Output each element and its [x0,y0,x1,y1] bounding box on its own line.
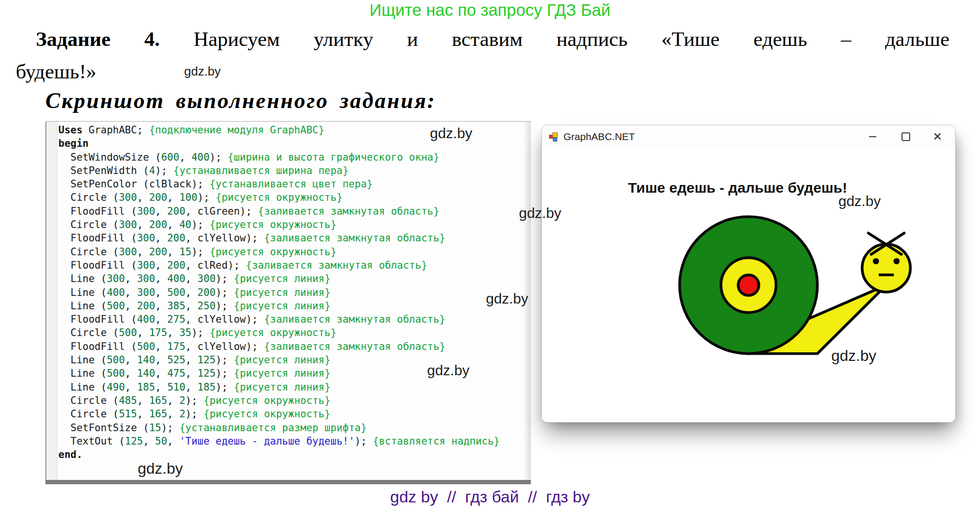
top-banner: Ищите нас по запросу ГДЗ Бай [0,0,980,20]
code-lines: Uses GraphABC; {подключение модуля Graph… [58,123,500,461]
code-line: TextOut (125, 50, 'Тише едешь - дальше б… [58,435,500,448]
code-line: Line (300, 300, 400, 300); {рисуется лин… [58,272,500,285]
gdzby-watermark: gdz.by [184,64,221,79]
eye-right [893,258,900,264]
task-paragraph: Задание 4. Нарисуем улитку и вставим над… [16,23,949,88]
gdzby-watermark: gdz.by [427,362,469,379]
gdzby-watermark: gdz.by [519,205,561,221]
minimize-button[interactable] [856,125,889,148]
code-line: Line (490, 185, 510, 185); {рисуется лин… [58,381,500,394]
code-line: SetPenColor (clBlack); {устанавливается … [58,177,500,191]
code-line: end. [58,448,500,461]
maximize-button[interactable] [889,125,923,148]
code-line: FloodFill (300, 200, clYellow); {заливае… [58,231,500,245]
code-editor-screenshot: Uses GraphABC; {подключение модуля Graph… [45,121,531,484]
code-line: Circle (485, 165, 2); {рисуется окружнос… [58,394,500,407]
code-line: SetPenWidth (4); {устанавливается ширина… [58,164,500,177]
window-titlebar[interactable]: GraphABC.NET ✕ [542,125,955,148]
code-line: Circle (300, 200, 15); {рисуется окружно… [58,245,500,259]
task-number: Задание 4. [36,28,160,50]
graphabc-window: GraphABC.NET ✕ Тише едешь - дальше будеш… [541,125,956,423]
code-line: Circle (500, 175, 35); {рисуется окружно… [58,326,500,339]
window-title: GraphABC.NET [563,131,635,142]
code-line: FloodFill (300, 200, clRed); {заливается… [58,259,500,272]
task-line-2: будешь!» [16,55,949,88]
task-line-1: Задание 4. Нарисуем улитку и вставим над… [16,23,949,55]
code-line: Circle (300, 200, 100); {рисуется окружн… [58,191,500,204]
gdzby-watermark: gdz.by [138,460,183,478]
code-line: Line (400, 300, 500, 200); {рисуется лин… [58,286,500,299]
screenshot-subtitle: Скриншот выполненного задания: [45,88,436,113]
code-line: Circle (515, 165, 2); {рисуется окружнос… [58,407,500,421]
eye-left [873,258,879,264]
icon-blue-square [553,137,557,141]
code-line: FloodFill (500, 175, clYellow); {заливае… [58,340,500,353]
editor-gutter [45,122,57,480]
code-line: SetFontSize (15); {устанавливается разме… [58,421,500,435]
code-line: FloodFill (400, 275, clYellow); {заливае… [58,313,500,326]
snail-shell-core [738,275,759,295]
code-line: SetWindowSize (600, 400); {ширина и высо… [58,151,500,164]
code-line: FloodFill (300, 200, clGreen); {заливает… [58,205,500,218]
graph-canvas: Тише едешь - дальше будешь! [542,148,955,422]
footer-tags: gdz by // гдз бай // гдз by [0,488,980,506]
gdzby-watermark: gdz.by [486,291,528,307]
code-line: Line (500, 200, 385, 250); {рисуется лин… [58,299,500,313]
gdzby-watermark: gdz.by [838,193,881,209]
snail-drawing: Тише едешь - дальше будешь! [542,148,955,422]
graphabc-app-icon[interactable] [549,132,558,141]
task-text: Нарисуем улитку и вставим надпись «Тише … [194,28,949,50]
drawing-caption: Тише едешь - дальше будешь! [628,180,847,196]
snail-head [862,244,911,292]
close-icon: ✕ [933,131,942,142]
maximize-icon [902,132,910,141]
window-controls: ✕ [856,125,955,148]
page: Ищите нас по запросу ГДЗ Бай Задание 4. … [0,0,980,511]
code-line: Circle (300, 200, 40); {рисуется окружно… [58,218,500,231]
gdzby-watermark: gdz.by [430,125,472,141]
close-button[interactable]: ✕ [923,125,952,148]
gdzby-watermark: gdz.by [831,347,876,365]
minimize-icon [869,136,876,137]
